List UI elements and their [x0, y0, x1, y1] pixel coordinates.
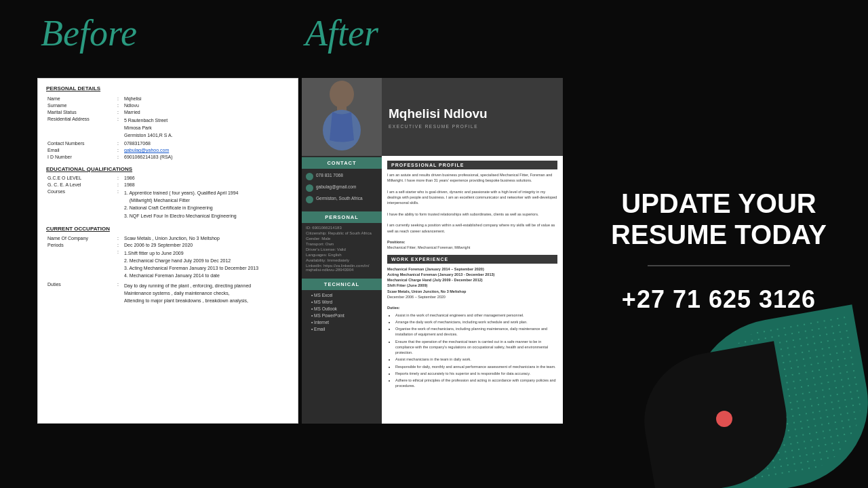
table-row: G. C. E. A Level : 1988 — [46, 182, 290, 188]
contact-phone: 078 831 7068 — [306, 172, 378, 180]
table-row: Contact Numbers : 0788317068 — [46, 140, 290, 147]
contact-section-btn: CONTACT — [302, 157, 382, 169]
svg-point-0 — [330, 81, 354, 108]
table-row: Courses : 1. Apprentice trained ( four y… — [46, 188, 290, 221]
work-exp-items: Mechanical Foreman (January 2014 – Septe… — [387, 266, 557, 389]
cta-phone: +27 71 625 3126 — [622, 285, 816, 314]
table-row: I D Number : 6901066214183 (RSA) — [46, 154, 290, 161]
contact-items: 078 831 7068 gabulag@gmail.com Germiston… — [302, 169, 382, 210]
table-row: G.C.E O LEVEL : 1986 — [46, 175, 290, 182]
before-education-header: EDUCATIONAL QUALIFICATIONS — [46, 166, 290, 172]
contact-location: Germiston, South Africa — [306, 195, 378, 203]
table-row: : 1.Shift fitter up to June 20092. Mecha… — [46, 248, 290, 281]
professional-profile-text: I am an astute and results driven busine… — [387, 172, 557, 251]
contact-email: gabulag@gmail.com — [306, 184, 378, 192]
after-label: After — [305, 12, 378, 54]
table-row: Name : Mqhelisi — [46, 95, 290, 102]
technical-section-btn: TECHNICAL — [302, 279, 382, 290]
table-row: Name Of Company : Scaw Metals , Union Ju… — [46, 235, 290, 241]
table-row: Surname : Ndlovu — [46, 102, 290, 108]
email-icon — [306, 184, 313, 192]
cta-title: UPDATE YOURRESUME TODAY — [611, 188, 827, 250]
resume-job-title: EXECUTIVE RESUME PROFILE — [389, 124, 556, 129]
resume-name: Mqhelisi Ndlovu — [389, 106, 556, 122]
professional-profile-header: PROFESSIONAL PROFILE — [387, 161, 557, 169]
before-occupation-header: CURRENT OCCUPATION — [46, 226, 290, 232]
cta-section: UPDATE YOURRESUME TODAY +27 71 625 3126 — [600, 78, 837, 424]
cta-divider — [648, 265, 790, 266]
resume-sidebar: CONTACT 078 831 7068 gabulag@gmail.com G… — [302, 78, 382, 424]
table-row: Residential Address : 5 Rautenbach Stree… — [46, 115, 290, 140]
before-resume: PERSONAL DETAILS Name : Mqhelisi Surname… — [37, 78, 298, 424]
table-row: Email : gabulag@yahoo.com — [46, 147, 290, 154]
person-silhouette — [313, 79, 371, 155]
technical-items: • MS Excel • MS Word • MS Outlook • MS P… — [302, 290, 382, 336]
personal-section-btn: PERSONAL — [302, 211, 382, 223]
work-exp-header: WORK EXPERIENCE — [387, 255, 557, 264]
before-personal-header: PERSONAL DETAILS — [46, 85, 290, 92]
resume-header: Mqhelisi Ndlovu EXECUTIVE RESUME PROFILE — [382, 78, 563, 156]
after-resume: CONTACT 078 831 7068 gabulag@gmail.com G… — [302, 78, 563, 424]
personal-items: ID: 6901066214183 Citizenship: Republic … — [302, 223, 382, 276]
before-label: Before — [41, 12, 137, 54]
location-icon — [306, 196, 313, 203]
resume-body: PROFESSIONAL PROFILE I am an astute and … — [382, 156, 563, 424]
resume-photo-area — [302, 78, 382, 156]
resume-main-content: Mqhelisi Ndlovu EXECUTIVE RESUME PROFILE… — [382, 78, 563, 424]
table-row: Periods : Dec 2006 to 29 September 2020 — [46, 241, 290, 248]
table-row: Duties : Day to day running of the plant… — [46, 281, 290, 306]
table-row: Marital Status : Married — [46, 108, 290, 115]
phone-icon — [306, 173, 313, 180]
